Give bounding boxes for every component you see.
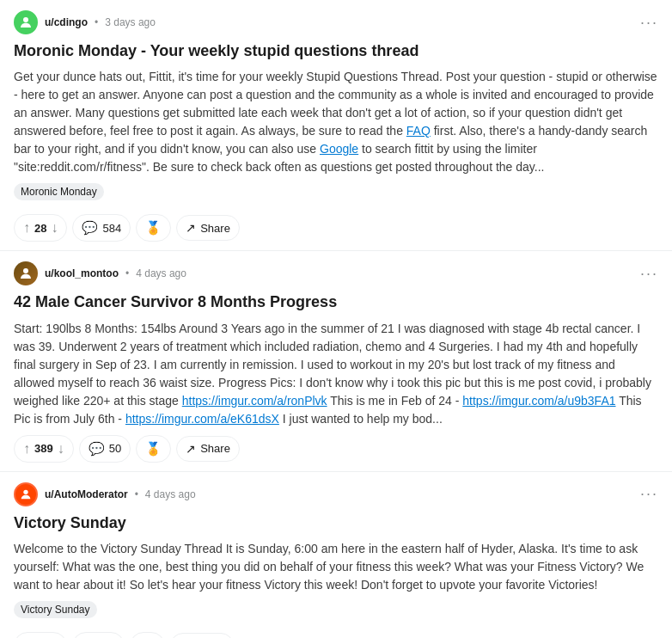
post-time: 4 days ago	[145, 488, 196, 500]
avatar	[14, 10, 38, 34]
share-button[interactable]: ↗ Share	[176, 215, 240, 241]
share-label: Share	[200, 222, 230, 235]
username[interactable]: u/cdingo	[45, 16, 88, 28]
post-body: Start: 190lbs 8 Months: 154lbs Around 3 …	[14, 320, 658, 428]
award-button[interactable]: 🏅	[130, 632, 165, 638]
post-header: u/AutoModerator • 4 days ago ···	[14, 482, 658, 506]
vote-count: 389	[34, 442, 53, 455]
post-title: 42 Male Cancer Survivor 8 Months Progres…	[14, 292, 658, 312]
post-card: u/cdingo • 3 days ago ··· Moronic Monday…	[0, 0, 672, 251]
post-body: Get your dunce hats out, Fittit, it's ti…	[14, 68, 658, 176]
avatar	[14, 482, 38, 506]
post-header-left: u/cdingo • 3 days ago	[14, 10, 156, 34]
svg-point-0	[23, 17, 28, 22]
imgur-link-1[interactable]: https://imgur.com/a/ronPlvk	[182, 394, 327, 408]
share-icon: ↗	[186, 442, 196, 456]
vote-count: 28	[34, 222, 46, 235]
post-header: u/cdingo • 3 days ago ···	[14, 10, 658, 34]
more-options-button[interactable]: ···	[640, 485, 658, 503]
post-actions: ↑ 19 ↓ 💬 64 🏅 ↗ Share	[14, 632, 658, 638]
comments-button[interactable]: 💬 584	[72, 214, 131, 242]
post-card: u/AutoModerator • 4 days ago ··· Victory…	[0, 472, 672, 638]
post-body: Welcome to the Victory Sunday Thread It …	[14, 540, 658, 594]
username[interactable]: u/AutoModerator	[45, 488, 128, 500]
post-header-left: u/AutoModerator • 4 days ago	[14, 482, 196, 506]
more-options-button[interactable]: ···	[640, 265, 658, 283]
post-time: 4 days ago	[136, 267, 186, 279]
google-link[interactable]: Google	[320, 142, 358, 156]
downvote-icon[interactable]: ↓	[58, 441, 64, 457]
vote-button[interactable]: ↑ 19 ↓	[14, 632, 67, 638]
share-button[interactable]: ↗ Share	[176, 436, 240, 462]
post-title: Victory Sunday	[14, 513, 658, 533]
comments-button[interactable]: 💬 64	[72, 632, 124, 638]
upvote-icon[interactable]: ↑	[23, 441, 30, 457]
post-flair[interactable]: Moronic Monday	[14, 183, 104, 200]
dot-separator: •	[135, 488, 138, 500]
post-header-left: u/kool_montoo • 4 days ago	[14, 261, 186, 285]
username[interactable]: u/kool_montoo	[45, 267, 119, 279]
vote-button[interactable]: ↑ 389 ↓	[14, 435, 74, 463]
award-icon: 🏅	[145, 220, 162, 236]
faq-link[interactable]: FAQ	[406, 124, 431, 138]
post-actions: ↑ 28 ↓ 💬 584 🏅 ↗ Share	[14, 214, 658, 242]
post-card: u/kool_montoo • 4 days ago ··· 42 Male C…	[0, 251, 672, 471]
award-icon: 🏅	[145, 441, 162, 457]
comment-count: 584	[102, 222, 121, 235]
svg-point-1	[23, 268, 28, 273]
imgur-link-3[interactable]: https://imgur.com/a/eK61dsX	[125, 412, 279, 426]
comments-button[interactable]: 💬 50	[79, 435, 131, 463]
vote-button[interactable]: ↑ 28 ↓	[14, 214, 67, 242]
comment-count: 50	[109, 442, 121, 455]
share-icon: ↗	[186, 221, 196, 235]
comment-icon: 💬	[89, 441, 105, 457]
award-button[interactable]: 🏅	[136, 435, 171, 463]
post-header: u/kool_montoo • 4 days ago ···	[14, 261, 658, 285]
award-button[interactable]: 🏅	[136, 214, 171, 242]
comment-icon: 💬	[82, 220, 98, 236]
dot-separator: •	[95, 16, 98, 28]
imgur-link-2[interactable]: https://imgur.com/a/u9b3FA1	[462, 394, 615, 408]
dot-separator: •	[125, 267, 129, 279]
post-actions: ↑ 389 ↓ 💬 50 🏅 ↗ Share	[14, 435, 658, 463]
svg-point-2	[23, 489, 27, 494]
downvote-icon[interactable]: ↓	[51, 220, 58, 236]
post-title: Moronic Monday - Your weekly stupid ques…	[14, 41, 658, 61]
more-options-button[interactable]: ···	[640, 14, 658, 32]
share-button[interactable]: ↗ Share	[170, 633, 234, 638]
share-label: Share	[200, 442, 230, 455]
post-time: 3 days ago	[105, 16, 156, 28]
avatar	[14, 261, 38, 285]
post-flair[interactable]: Victory Sunday	[14, 601, 97, 618]
upvote-icon[interactable]: ↑	[23, 220, 30, 236]
